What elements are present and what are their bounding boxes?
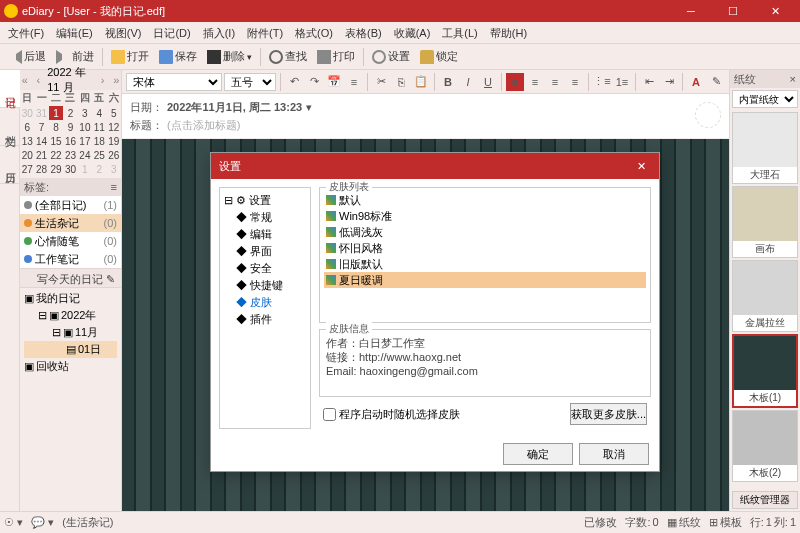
settings-tree-node[interactable]: ◆ 皮肤 (224, 294, 306, 311)
dialog-title: 设置 (219, 159, 241, 174)
cut-button[interactable]: ✂ (372, 73, 390, 91)
delete-button[interactable]: 删除▾ (203, 46, 256, 68)
side-tab[interactable]: 文档 (0, 108, 20, 146)
list-icon[interactable]: ≡ (345, 73, 363, 91)
copy-button[interactable]: ⎘ (392, 73, 410, 91)
skin-row[interactable]: 旧版默认 (324, 256, 646, 272)
menu-item[interactable]: 文件(F) (2, 23, 50, 43)
menu-item[interactable]: 附件(T) (241, 23, 289, 43)
open-button[interactable]: 打开 (107, 46, 153, 68)
more-skins-button[interactable]: 获取更多皮肤... (570, 403, 647, 425)
settings-tree-node[interactable]: ◆ 安全 (224, 260, 306, 277)
settings-tree-node[interactable]: ◆ 界面 (224, 243, 306, 260)
cal-prev-year[interactable]: « (20, 74, 30, 86)
number-list-button[interactable]: 1≡ (613, 73, 631, 91)
diary-tree[interactable]: ▣我的日记 ⊟▣2022年 ⊟▣11月 ▤01日 ▣回收站 (20, 288, 121, 377)
cal-prev-month[interactable]: ‹ (34, 74, 44, 86)
calendar-grid[interactable]: 日一二三四五六303112345678910111213141516171819… (20, 90, 121, 176)
settings-button[interactable]: 设置 (368, 46, 414, 68)
settings-tree-node[interactable]: ⊟ ⚙ 设置 (224, 192, 306, 209)
settings-dialog: 设置✕ ⊟ ⚙ 设置◆ 常规◆ 编辑◆ 界面◆ 安全◆ 快捷键◆ 皮肤◆ 插件 … (210, 152, 660, 472)
skin-link: 链接：http://www.haoxg.net (326, 350, 644, 364)
skin-row[interactable]: 低调浅灰 (324, 224, 646, 240)
bullet-list-button[interactable]: ⋮≡ (593, 73, 611, 91)
settings-tree[interactable]: ⊟ ⚙ 设置◆ 常规◆ 编辑◆ 界面◆ 安全◆ 快捷键◆ 皮肤◆ 插件 (219, 187, 311, 429)
back-icon (8, 50, 22, 64)
side-tab[interactable]: 日历 (0, 146, 20, 184)
random-skin-checkbox[interactable]: 程序启动时随机选择皮肤 (323, 407, 460, 422)
skin-row[interactable]: 夏日暖调 (324, 272, 646, 288)
skin-row[interactable]: Win98标准 (324, 208, 646, 224)
outdent-button[interactable]: ⇤ (640, 73, 658, 91)
date-icon[interactable]: 📅 (325, 73, 343, 91)
font-select[interactable]: 宋体 (126, 73, 222, 91)
texture-item[interactable]: 木板(1) (732, 334, 798, 408)
search-icon (269, 50, 283, 64)
tag-row[interactable]: 心情随笔(0) (20, 232, 121, 250)
back-button[interactable]: 后退 (4, 46, 50, 68)
size-select[interactable]: 五号 (224, 73, 276, 91)
underline-button[interactable]: U (479, 73, 497, 91)
skin-list-label: 皮肤列表 (326, 180, 372, 194)
dialog-close-button[interactable]: ✕ (631, 160, 651, 173)
redo-button[interactable]: ↷ (305, 73, 323, 91)
align-justify-button[interactable]: ≡ (566, 73, 584, 91)
menu-item[interactable]: 帮助(H) (484, 23, 533, 43)
menu-item[interactable]: 工具(L) (436, 23, 483, 43)
menu-item[interactable]: 日记(D) (147, 23, 196, 43)
menu-item[interactable]: 视图(V) (99, 23, 148, 43)
cal-next-year[interactable]: » (111, 74, 121, 86)
skin-row[interactable]: 默认 (324, 192, 646, 208)
texture-header: 纸纹× (730, 70, 800, 88)
status-modified: 已修改 (584, 515, 617, 530)
title-input[interactable]: (点击添加标题) (167, 118, 240, 133)
texture-manager-button[interactable]: 纸纹管理器 (732, 491, 798, 509)
texture-item[interactable]: 大理石 (732, 112, 798, 184)
meta-gear-icon[interactable] (695, 102, 721, 128)
calendar-header: « ‹ 2022 年 11 月 › » (20, 70, 121, 90)
settings-tree-node[interactable]: ◆ 编辑 (224, 226, 306, 243)
indent-button[interactable]: ⇥ (660, 73, 678, 91)
texture-item[interactable]: 木板(2) (732, 410, 798, 482)
align-right-button[interactable]: ≡ (546, 73, 564, 91)
align-center-button[interactable]: ≡ (526, 73, 544, 91)
texture-preset-select[interactable]: 内置纸纹 (732, 90, 798, 108)
print-button[interactable]: 打印 (313, 46, 359, 68)
lock-button[interactable]: 锁定 (416, 46, 462, 68)
minimize-button[interactable]: ─ (670, 0, 712, 22)
settings-tree-node[interactable]: ◆ 插件 (224, 311, 306, 328)
settings-tree-node[interactable]: ◆ 常规 (224, 209, 306, 226)
tags-header: 标签:≡ (20, 178, 121, 196)
align-left-button[interactable]: ≡ (506, 73, 524, 91)
undo-button[interactable]: ↶ (285, 73, 303, 91)
tag-row[interactable]: 工作笔记(0) (20, 250, 121, 268)
close-button[interactable]: ✕ (754, 0, 796, 22)
highlight-button[interactable]: ✎ (707, 73, 725, 91)
italic-button[interactable]: I (459, 73, 477, 91)
skin-row[interactable]: 怀旧风格 (324, 240, 646, 256)
print-icon (317, 50, 331, 64)
menu-item[interactable]: 格式(O) (289, 23, 339, 43)
search-button[interactable]: 查找 (265, 46, 311, 68)
menu-item[interactable]: 插入(I) (197, 23, 241, 43)
texture-item[interactable]: 金属拉丝 (732, 260, 798, 332)
folder-icon (111, 50, 125, 64)
menu-item[interactable]: 编辑(E) (50, 23, 99, 43)
write-today-button[interactable]: 写今天的日记 ✎ (20, 268, 121, 288)
cal-next-month[interactable]: › (98, 74, 108, 86)
texture-item[interactable]: 画布 (732, 186, 798, 258)
bold-button[interactable]: B (439, 73, 457, 91)
date-dropdown-icon[interactable]: ▾ (306, 101, 312, 114)
settings-tree-node[interactable]: ◆ 快捷键 (224, 277, 306, 294)
save-button[interactable]: 保存 (155, 46, 201, 68)
side-tab[interactable]: 日记 (0, 70, 20, 108)
paste-button[interactable]: 📋 (412, 73, 430, 91)
tag-row[interactable]: 生活杂记(0) (20, 214, 121, 232)
tag-row[interactable]: (全部日记)(1) (20, 196, 121, 214)
ok-button[interactable]: 确定 (503, 443, 573, 465)
menu-item[interactable]: 表格(B) (339, 23, 388, 43)
font-color-button[interactable]: A (687, 73, 705, 91)
menu-item[interactable]: 收藏(A) (388, 23, 437, 43)
maximize-button[interactable]: ☐ (712, 0, 754, 22)
cancel-button[interactable]: 取消 (579, 443, 649, 465)
